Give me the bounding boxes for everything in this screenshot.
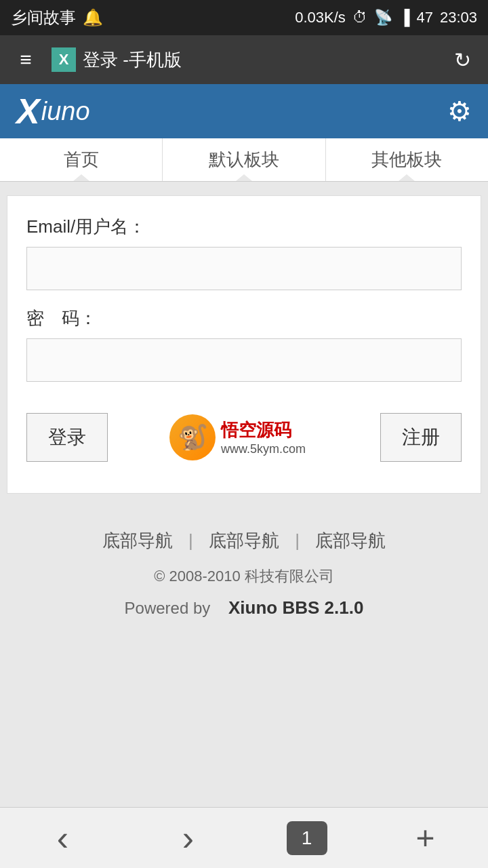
bottom-bar: ‹ › 1 +	[0, 807, 488, 868]
tab-favicon: X	[52, 47, 76, 72]
watermark: 🐒 悟空源码 www.5kym.com	[108, 403, 380, 471]
app-header: X iuno ⚙	[0, 84, 488, 138]
time-label: 23:03	[440, 9, 477, 26]
browser-bar: ≡ X 登录 -手机版 ↻	[0, 35, 488, 84]
logo-text: iuno	[41, 97, 90, 126]
email-input[interactable]	[26, 247, 462, 290]
footer-link-1[interactable]: 底部导航	[102, 530, 173, 551]
footer-powered: Powered by Xiuno BBS 2.1.0	[0, 597, 488, 618]
add-tab-button[interactable]: +	[399, 814, 453, 862]
register-button[interactable]: 注册	[380, 413, 462, 462]
footer-link-3[interactable]: 底部导航	[315, 530, 386, 551]
signal-icon: ▐	[399, 9, 410, 26]
forward-button[interactable]: ›	[161, 814, 216, 862]
form-actions: 登录 🐒 悟空源码 www.5kym.com 注册	[26, 403, 462, 471]
app-name-label: 乡间故事	[11, 7, 76, 28]
powered-by-label: Powered by	[125, 599, 211, 617]
speed-label: 0.03K/s	[295, 9, 346, 26]
watermark-icon: 🐒	[169, 414, 216, 460]
battery-label: 47	[416, 9, 432, 26]
clock-icon: ⏱	[352, 9, 367, 26]
page-number[interactable]: 1	[287, 821, 327, 855]
logo-x: X	[16, 94, 40, 129]
footer-links: 底部导航 | 底部导航 | 底部导航	[0, 529, 488, 553]
tab-home[interactable]: 首页	[0, 138, 163, 181]
tab-default-section[interactable]: 默认板块	[163, 138, 325, 181]
password-input[interactable]	[26, 338, 462, 382]
password-label: 密 码：	[26, 307, 462, 330]
back-button[interactable]: ‹	[36, 814, 90, 862]
footer-copyright: © 2008-2010 科技有限公司	[0, 566, 488, 587]
footer-nav: 底部导航 | 底部导航 | 底部导航 © 2008-2010 科技有限公司 Po…	[0, 507, 488, 627]
status-bar: 乡间故事 🔔 0.03K/s ⏱ 📡 ▐ 47 23:03	[0, 0, 488, 35]
footer-sep-2: |	[295, 530, 300, 551]
tab-other-section[interactable]: 其他板块	[326, 138, 488, 181]
app-logo: X iuno	[16, 94, 90, 129]
status-right: 0.03K/s ⏱ 📡 ▐ 47 23:03	[295, 9, 477, 26]
bell-icon: 🔔	[83, 8, 103, 27]
wifi-icon: 📡	[374, 9, 392, 26]
status-left: 乡间故事 🔔	[11, 7, 103, 28]
login-button[interactable]: 登录	[26, 413, 108, 462]
nav-tabs: 首页 默认板块 其他板块	[0, 138, 488, 182]
tab-title-area: X 登录 -手机版	[52, 47, 436, 72]
tab-title-text: 登录 -手机版	[83, 48, 182, 72]
watermark-text: 悟空源码 www.5kym.com	[221, 418, 306, 456]
reload-button[interactable]: ↻	[447, 48, 477, 72]
footer-sep-1: |	[188, 530, 193, 551]
brand-label: Xiuno BBS 2.1.0	[228, 597, 363, 618]
login-form: Email/用户名： 密 码： 登录 🐒 悟空源码 www.5kym.com 注…	[7, 195, 481, 494]
content-area: Email/用户名： 密 码： 登录 🐒 悟空源码 www.5kym.com 注…	[0, 182, 488, 807]
footer-link-2[interactable]: 底部导航	[209, 530, 279, 551]
hamburger-button[interactable]: ≡	[11, 48, 41, 71]
email-label: Email/用户名：	[26, 215, 462, 239]
gear-icon[interactable]: ⚙	[447, 96, 472, 127]
